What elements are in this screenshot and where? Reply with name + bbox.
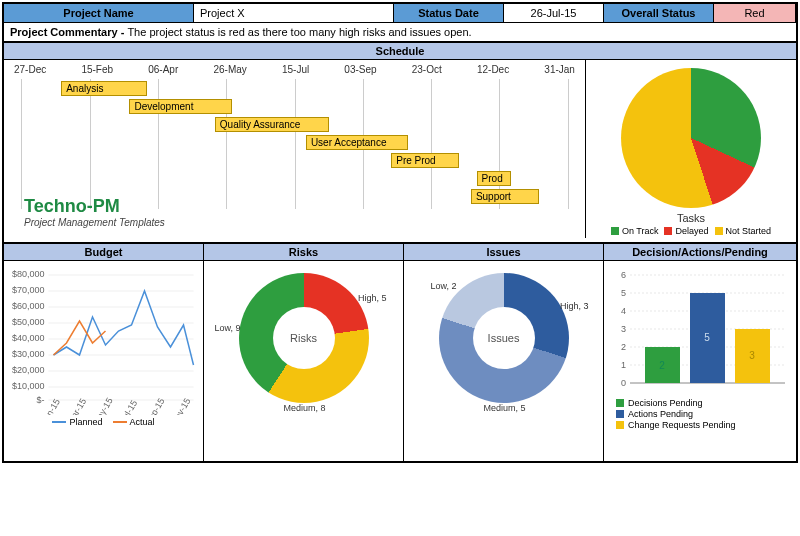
svg-text:Nov-15: Nov-15 xyxy=(169,396,192,415)
svg-text:May-15: May-15 xyxy=(91,396,115,415)
gantt-date: 26-May xyxy=(213,64,246,75)
svg-text:2: 2 xyxy=(659,360,665,371)
watermark: Techno-PM Project Management Templates xyxy=(24,196,165,228)
legend-actions: Actions Pending xyxy=(616,409,792,419)
svg-text:Jul-15: Jul-15 xyxy=(118,398,139,415)
svg-text:Sep-15: Sep-15 xyxy=(143,396,166,415)
svg-text:6: 6 xyxy=(621,270,626,280)
legend-delayed: Delayed xyxy=(664,226,708,236)
svg-text:4: 4 xyxy=(621,306,626,316)
status-date-value[interactable]: 26-Jul-15 xyxy=(504,4,604,22)
gantt-bar-preprod[interactable]: Pre Prod xyxy=(391,153,459,168)
svg-text:$50,000: $50,000 xyxy=(12,317,45,327)
risks-medium-label: Medium, 8 xyxy=(284,403,326,413)
bottom-panels: $80,000 $70,000 $60,000 $50,000 $40,000 … xyxy=(4,261,796,461)
svg-text:3: 3 xyxy=(749,350,755,361)
project-commentary: Project Commentary - The project status … xyxy=(4,23,796,42)
project-name-value[interactable]: Project X xyxy=(194,4,394,22)
gantt-bar-development[interactable]: Development xyxy=(129,99,231,114)
risks-donut: Risks High, 5 Medium, 8 Low, 9 xyxy=(239,273,369,403)
tasks-title: Tasks xyxy=(592,212,790,224)
tasks-panel: Tasks On Track Delayed Not Started xyxy=(586,60,796,242)
issues-center: Issues xyxy=(473,307,535,369)
svg-text:5: 5 xyxy=(621,288,626,298)
decisions-title: Decision/Actions/Pending xyxy=(604,244,796,261)
legend-actual: Actual xyxy=(113,417,155,427)
svg-text:$70,000: $70,000 xyxy=(12,285,45,295)
status-date-label: Status Date xyxy=(394,4,504,22)
project-status-report: Project Name Project X Status Date 26-Ju… xyxy=(2,2,798,463)
legend-decisions: Decisions Pending xyxy=(616,398,792,408)
svg-text:$-: $- xyxy=(36,395,44,405)
risks-title: Risks xyxy=(204,244,404,261)
gantt-date: 15-Jul xyxy=(282,64,309,75)
svg-text:$60,000: $60,000 xyxy=(12,301,45,311)
svg-text:$80,000: $80,000 xyxy=(12,269,45,279)
decisions-chart: 6 5 4 3 2 1 0 2 5 3 xyxy=(608,265,792,395)
gantt-date: 03-Sep xyxy=(344,64,376,75)
budget-panel: $80,000 $70,000 $60,000 $50,000 $40,000 … xyxy=(4,261,204,461)
issues-panel: Issues High, 3 Medium, 5 Low, 2 xyxy=(404,261,604,461)
gantt-date: 31-Jan xyxy=(544,64,575,75)
schedule-title: Schedule xyxy=(4,42,796,60)
risks-high-label: High, 5 xyxy=(358,293,387,303)
legend-notstarted: Not Started xyxy=(715,226,772,236)
gantt-area: Analysis Development Quality Assurance U… xyxy=(10,79,579,209)
decisions-legend: Decisions Pending Actions Pending Change… xyxy=(608,398,792,430)
decisions-panel: 6 5 4 3 2 1 0 2 5 3 Decisions Pending Ac… xyxy=(604,261,796,461)
gantt-bar-analysis[interactable]: Analysis xyxy=(61,81,146,96)
gantt-bar-uat[interactable]: User Acceptance xyxy=(306,135,408,150)
tasks-legend: On Track Delayed Not Started xyxy=(592,226,790,236)
gantt-bar-prod[interactable]: Prod xyxy=(477,171,511,186)
svg-text:$10,000: $10,000 xyxy=(12,381,45,391)
legend-ontrack: On Track xyxy=(611,226,659,236)
svg-text:2: 2 xyxy=(621,342,626,352)
risks-low-label: Low, 9 xyxy=(215,323,241,333)
budget-chart: $80,000 $70,000 $60,000 $50,000 $40,000 … xyxy=(8,265,199,415)
watermark-sub: Project Management Templates xyxy=(24,217,165,228)
legend-planned: Planned xyxy=(52,417,102,427)
gantt-bar-qa[interactable]: Quality Assurance xyxy=(215,117,329,132)
issues-low-label: Low, 2 xyxy=(431,281,457,291)
overall-status-label: Overall Status xyxy=(604,4,714,22)
gantt-chart: 27-Dec 15-Feb 06-Apr 26-May 15-Jul 03-Se… xyxy=(4,60,586,238)
gantt-date: 23-Oct xyxy=(412,64,442,75)
svg-text:1: 1 xyxy=(621,360,626,370)
svg-text:$30,000: $30,000 xyxy=(12,349,45,359)
issues-medium-label: Medium, 5 xyxy=(484,403,526,413)
svg-text:$40,000: $40,000 xyxy=(12,333,45,343)
project-name-label: Project Name xyxy=(4,4,194,22)
svg-text:$20,000: $20,000 xyxy=(12,365,45,375)
legend-change: Change Requests Pending xyxy=(616,420,792,430)
budget-title: Budget xyxy=(4,244,204,261)
svg-text:0: 0 xyxy=(621,378,626,388)
issues-high-label: High, 3 xyxy=(560,301,589,311)
commentary-label: Project Commentary - xyxy=(10,26,127,38)
gantt-date-axis: 27-Dec 15-Feb 06-Apr 26-May 15-Jul 03-Se… xyxy=(10,64,579,75)
issues-title: Issues xyxy=(404,244,604,261)
commentary-text: The project status is red as there too m… xyxy=(127,26,471,38)
svg-text:3: 3 xyxy=(621,324,626,334)
header-row: Project Name Project X Status Date 26-Ju… xyxy=(4,4,796,23)
svg-text:Mar-15: Mar-15 xyxy=(65,397,88,415)
overall-status-value: Red xyxy=(714,4,796,22)
issues-donut: Issues High, 3 Medium, 5 Low, 2 xyxy=(439,273,569,403)
watermark-brand: Techno-PM xyxy=(24,196,165,217)
gantt-date: 15-Feb xyxy=(81,64,113,75)
gantt-bar-support[interactable]: Support xyxy=(471,189,539,204)
svg-text:5: 5 xyxy=(704,332,710,343)
gantt-date: 06-Apr xyxy=(148,64,178,75)
schedule-row: 27-Dec 15-Feb 06-Apr 26-May 15-Jul 03-Se… xyxy=(4,60,796,243)
risks-panel: Risks High, 5 Medium, 8 Low, 9 xyxy=(204,261,404,461)
budget-legend: Planned Actual xyxy=(8,417,199,427)
gantt-date: 12-Dec xyxy=(477,64,509,75)
risks-center: Risks xyxy=(273,307,335,369)
bottom-titles: Budget Risks Issues Decision/Actions/Pen… xyxy=(4,243,796,261)
tasks-pie-chart xyxy=(621,68,761,208)
gantt-date: 27-Dec xyxy=(14,64,46,75)
